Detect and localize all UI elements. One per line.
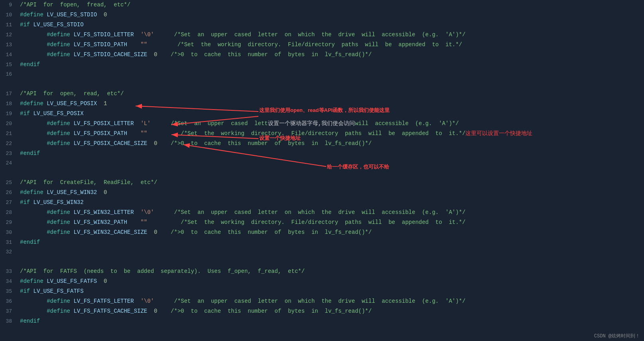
code-line: 19#if LV_USE_FS_POSIX <box>0 109 644 119</box>
line-number: 12 <box>0 30 12 40</box>
code-line <box>0 257 644 267</box>
line-content: #define LV_FS_POSIX_LETTER 'L' /*Set an … <box>20 119 640 128</box>
line-content: #define LV_FS_FATFS_LETTER '\0' /*Set an… <box>20 296 640 306</box>
line-content: #define LV_USE_FS_WIN32 0 <box>20 188 640 197</box>
line-number: 38 <box>0 317 12 326</box>
line-number: 19 <box>0 109 12 119</box>
line-content: #endif <box>20 149 640 158</box>
line-number: 34 <box>0 277 12 286</box>
line-number: 37 <box>0 307 12 316</box>
code-line: 37 #define LV_FS_FATFS_CACHE_SIZE 0 /*>0… <box>0 306 644 316</box>
code-line: 14 #define LV_FS_STDIO_CACHE_SIZE 0 /*>0… <box>0 50 644 60</box>
line-content: #endif <box>20 316 640 326</box>
code-line: 16 <box>0 70 644 79</box>
code-line: 24 <box>0 159 644 168</box>
line-content: #define LV_FS_WIN32_LETTER '\0' /*Set an… <box>20 208 640 217</box>
code-line: 36 #define LV_FS_FATFS_LETTER '\0' /*Set… <box>0 296 644 306</box>
line-content: #define LV_FS_STDIO_CACHE_SIZE 0 /*>0 to… <box>20 50 640 59</box>
branding: CSDN @炫烤时间到！ <box>590 331 644 341</box>
line-content: /*API for open, read, etc*/ <box>20 89 640 98</box>
line-content: #define LV_USE_FS_POSIX 1 <box>20 99 640 108</box>
line-number: 29 <box>0 218 12 227</box>
line-number: 15 <box>0 60 12 70</box>
line-content: #define LV_USE_FS_STDIO 0 <box>20 10 640 20</box>
code-line: 23#endif <box>0 149 644 159</box>
line-content: #define LV_USE_FS_FATFS 0 <box>20 276 640 286</box>
line-content: #endif <box>20 60 640 69</box>
line-content: /*API for FATFS (needs to be added separ… <box>20 267 640 276</box>
line-content: #define LV_FS_WIN32_CACHE_SIZE 0 /*>0 to… <box>20 227 640 237</box>
code-line: 25/*API for CreateFile, ReadFile, etc*/ <box>0 178 644 188</box>
line-number: 30 <box>0 228 12 237</box>
code-line: 20 #define LV_FS_POSIX_LETTER 'L' /*Set … <box>0 119 644 129</box>
line-content: #if LV_USE_FS_WIN32 <box>20 198 640 207</box>
line-content: #define LV_FS_POSIX_CACHE_SIZE 0 /*>0 to… <box>20 139 640 148</box>
code-line: 29 #define LV_FS_WIN32_PATH "" /*Set the… <box>0 218 644 227</box>
code-line: 9/*API for fopen, fread, etc*/ <box>0 0 644 10</box>
code-line: 34#define LV_USE_FS_FATFS 0 <box>0 276 644 286</box>
line-content: #if LV_USE_FS_STDIO <box>20 20 640 29</box>
line-number: 20 <box>0 119 12 129</box>
line-number: 18 <box>0 99 12 109</box>
line-content: #define LV_FS_POSIX_PATH "" /*Set the wo… <box>20 129 640 138</box>
line-content: #if LV_USE_FS_FATFS <box>20 286 640 296</box>
line-number: 17 <box>0 89 12 99</box>
code-line: 22 #define LV_FS_POSIX_CACHE_SIZE 0 /*>0… <box>0 139 644 149</box>
line-content: #define LV_FS_STDIO_PATH "" /*Set the wo… <box>20 40 640 49</box>
line-number: 32 <box>0 247 12 257</box>
line-number: 13 <box>0 40 12 50</box>
code-line: 38#endif <box>0 316 644 326</box>
code-line: 21 #define LV_FS_POSIX_PATH "" /*Set the… <box>0 129 644 139</box>
line-number: 35 <box>0 287 12 296</box>
line-number: 10 <box>0 10 12 20</box>
line-number: 11 <box>0 20 12 30</box>
code-line: 17/*API for open, read, etc*/ <box>0 89 644 99</box>
code-line: 31#endif <box>0 237 644 247</box>
code-editor: 9/*API for fopen, fread, etc*/10#define … <box>0 0 644 341</box>
code-line: 33/*API for FATFS (needs to be added sep… <box>0 267 644 276</box>
code-line <box>0 79 644 89</box>
line-number: 31 <box>0 238 12 247</box>
code-line: 10#define LV_USE_FS_STDIO 0 <box>0 10 644 20</box>
code-line: 30 #define LV_FS_WIN32_CACHE_SIZE 0 /*>0… <box>0 227 644 237</box>
code-line: 26#define LV_USE_FS_WIN32 0 <box>0 188 644 198</box>
line-content: #define LV_FS_STDIO_LETTER '\0' /*Set an… <box>20 30 640 39</box>
code-line: 35#if LV_USE_FS_FATFS <box>0 286 644 296</box>
line-content: #define LV_FS_WIN32_PATH "" /*Set the wo… <box>20 218 640 227</box>
code-line: 13 #define LV_FS_STDIO_PATH "" /*Set the… <box>0 40 644 50</box>
line-content: /*API for fopen, fread, etc*/ <box>20 0 640 10</box>
line-number: 28 <box>0 208 12 218</box>
line-number: 24 <box>0 159 12 168</box>
code-line: 11#if LV_USE_FS_STDIO <box>0 20 644 30</box>
line-content: /*API for CreateFile, ReadFile, etc*/ <box>20 178 640 187</box>
line-content: #endif <box>20 237 640 247</box>
line-number: 36 <box>0 297 12 306</box>
code-line: 28 #define LV_FS_WIN32_LETTER '\0' /*Set… <box>0 208 644 218</box>
line-number: 25 <box>0 178 12 188</box>
line-number: 27 <box>0 198 12 208</box>
code-line: 27#if LV_USE_FS_WIN32 <box>0 198 644 208</box>
line-content: #if LV_USE_FS_POSIX <box>20 109 640 118</box>
line-number: 33 <box>0 267 12 276</box>
line-number: 9 <box>0 0 12 10</box>
line-number: 14 <box>0 50 12 60</box>
code-line: 32 <box>0 247 644 257</box>
line-number: 16 <box>0 70 12 79</box>
line-number: 23 <box>0 149 12 159</box>
line-number: 26 <box>0 188 12 198</box>
code-line: 12 #define LV_FS_STDIO_LETTER '\0' /*Set… <box>0 30 644 40</box>
code-line: 15#endif <box>0 60 644 70</box>
line-number: 22 <box>0 139 12 149</box>
line-number: 21 <box>0 129 12 139</box>
line-content: #define LV_FS_FATFS_CACHE_SIZE 0 /*>0 to… <box>20 306 640 316</box>
code-line: 18#define LV_USE_FS_POSIX 1 <box>0 99 644 109</box>
code-line <box>0 168 644 178</box>
